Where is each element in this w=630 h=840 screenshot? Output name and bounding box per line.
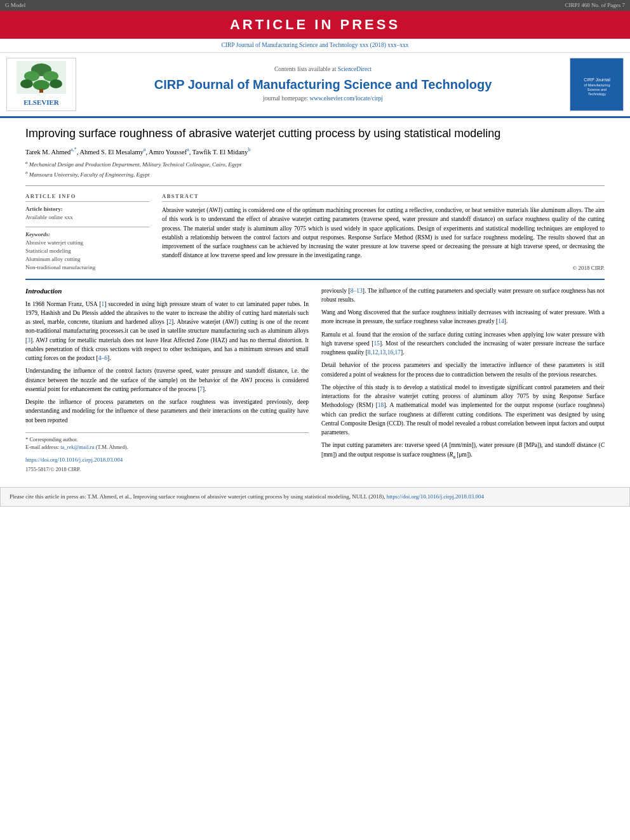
footnote-section: * Corresponding author. E-mail address: … (25, 432, 309, 451)
copyright-line: © 2018 CIRP. (162, 264, 605, 272)
history-label: Article history: (25, 205, 149, 213)
keyword-1: Abrasive waterjet cutting (25, 239, 149, 247)
keywords-section: Keywords: Abrasive waterjet cutting Stat… (25, 227, 149, 272)
issn-line: 1755-5817/© 2018 CIRP. (25, 466, 81, 472)
elsevier-tree-icon (17, 61, 66, 94)
svg-point-4 (20, 79, 33, 88)
keyword-4: Non-traditional manufacturing (25, 263, 149, 272)
title-divider (25, 185, 605, 186)
right-para-4: Detail behavior of the process parameter… (321, 361, 605, 379)
journal-homepage: journal homepage: www.elsevier.com/locat… (263, 95, 383, 103)
abstract-heading: ABSTRACT (162, 192, 605, 202)
elsevier-wordmark: ELSEVIER (23, 98, 59, 108)
contents-line: Contents lists available at ScienceDirec… (274, 65, 372, 74)
abstract-text: Abrasive waterjet (AWJ) cutting is consi… (162, 206, 605, 260)
svg-text:CIRP Journal: CIRP Journal (584, 77, 610, 82)
keyword-3: Aluminum alloy cutting (25, 255, 149, 263)
svg-text:Technology: Technology (588, 92, 606, 96)
right-para-6: The input cutting parameters are: traver… (321, 441, 605, 460)
journal-logo-right: CIRP Journal of Manufacturing Science an… (570, 58, 624, 111)
body-right-col: previously [8–13]. The influence of the … (321, 286, 605, 474)
footnote-star: * Corresponding author. (25, 436, 309, 443)
affiliation-a: a Mechanical Design and Production Depar… (25, 159, 605, 169)
footnote-email-link[interactable]: ta_rek@mail.ru (60, 444, 94, 450)
intro-para-2: Understanding the influence of the contr… (25, 366, 309, 394)
abstract-col: ABSTRACT Abrasive waterjet (AWJ) cutting… (162, 192, 605, 272)
sciencedirect-link[interactable]: ScienceDirect (338, 66, 372, 72)
svg-point-6 (50, 79, 62, 88)
doi-link[interactable]: https://doi.org/10.1016/j.cirpj.2018.03.… (25, 456, 309, 464)
cirpj-logo-icon: CIRP Journal of Manufacturing Science an… (581, 72, 613, 97)
keywords-label: Keywords: (25, 230, 149, 239)
journal-header: ELSEVIER Contents lists available at Sci… (0, 53, 630, 118)
svg-point-5 (33, 80, 50, 90)
journal-link-bar: CIRP Journal of Manufacturing Science an… (0, 39, 630, 53)
elsevier-logo-block: ELSEVIER (6, 58, 76, 111)
right-para-2: Wang and Wong discovered that the surfac… (321, 308, 605, 326)
article-in-press-banner: ARTICLE IN PRESS (0, 11, 630, 39)
body-divider (25, 279, 605, 280)
journal-title-center: Contents lists available at ScienceDirec… (83, 58, 563, 111)
right-para-1: previously [8–13]. The influence of the … (321, 286, 605, 305)
body-columns: Introduction In 1968 Norman Franz, USA [… (25, 286, 605, 474)
journal-link-text[interactable]: CIRP Journal of Manufacturing Science an… (221, 42, 408, 48)
article-info-col: ARTICLE INFO Article history: Available … (25, 192, 149, 272)
citation-doi-link[interactable]: https://doi.org/10.1016/j.cirpj.2018.03.… (387, 493, 484, 500)
journal-main-title: CIRP Journal of Manufacturing Science an… (154, 77, 492, 92)
model-label: G Model (5, 1, 25, 10)
footnote-email: E-mail address: ta_rek@mail.ru (T.M. Ahm… (25, 443, 309, 451)
body-left-col: Introduction In 1968 Norman Franz, USA [… (25, 286, 309, 474)
article-info-heading: ARTICLE INFO (25, 192, 149, 202)
introduction-heading: Introduction (25, 286, 309, 297)
intro-para-1: In 1968 Norman Franz, USA [1] succeeded … (25, 300, 309, 363)
top-bar: G Model CIRPJ 460 No. of Pages 7 (0, 0, 630, 11)
info-abstract-columns: ARTICLE INFO Article history: Available … (25, 192, 605, 272)
article-title: Improving surface roughness of abrasive … (25, 126, 605, 141)
keyword-2: Statistical modeling (25, 247, 149, 255)
right-para-5: The objective of this study is to develo… (321, 383, 605, 437)
homepage-url[interactable]: www.elsevier.com/locate/cirpj (309, 95, 382, 102)
available-online: Available online xxx (25, 213, 149, 222)
svg-text:Science and: Science and (587, 88, 606, 91)
right-para-3: Ramulu et al. found that the erosion of … (321, 330, 605, 357)
citation-bar: Please cite this article in press as: T.… (0, 487, 630, 507)
svg-rect-7 (39, 89, 43, 93)
article-body: Improving surface roughness of abrasive … (0, 118, 630, 481)
journal-code: CIRPJ 460 No. of Pages 7 (565, 1, 625, 10)
svg-text:of Manufacturing: of Manufacturing (584, 83, 610, 87)
doi-section: https://doi.org/10.1016/j.cirpj.2018.03.… (25, 456, 309, 474)
authors-line: Tarek M. Ahmeda,*, Ahmed S. El Mesalamya… (25, 146, 605, 157)
affiliation-b: b Mansoura University, Faculty of Engine… (25, 170, 605, 179)
intro-para-3: Despite the influence of process paramet… (25, 397, 309, 425)
